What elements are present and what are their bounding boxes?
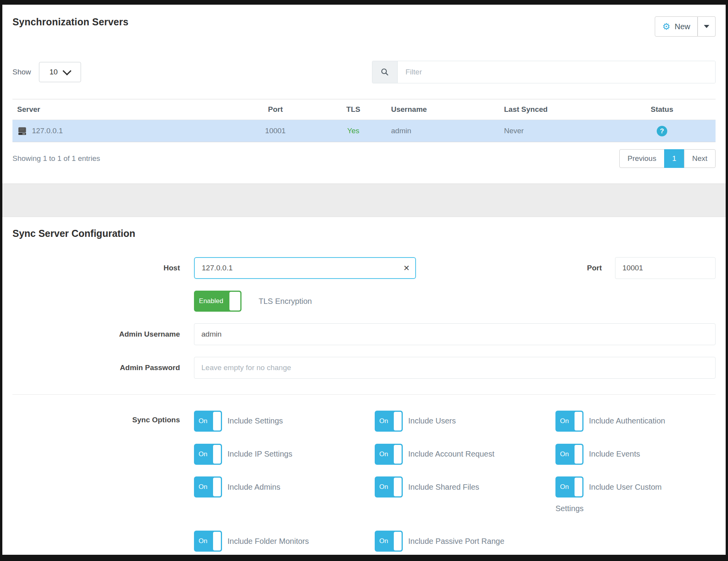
include-ip-settings-toggle[interactable]: On <box>194 444 222 465</box>
sync-options-label: Sync Options <box>12 410 180 424</box>
tls-toggle-label: Enabled <box>194 291 228 312</box>
section-separator <box>2 183 726 217</box>
toggle-knob <box>394 478 402 496</box>
table-header-row: Server Port TLS Username Last Synced Sta… <box>12 99 716 120</box>
option-include-ip-settings: OnInclude IP Settings <box>194 443 375 465</box>
column-header-username[interactable]: Username <box>386 99 499 120</box>
page-size-select[interactable]: 10 <box>39 62 81 82</box>
filter-group <box>372 61 716 83</box>
row-server-address: 127.0.0.1 <box>32 127 63 135</box>
chevron-down-icon <box>63 67 72 76</box>
new-split-button: ⚙ New <box>655 16 716 37</box>
new-button-label: New <box>675 22 690 31</box>
include-events-toggle[interactable]: On <box>555 444 583 465</box>
port-label: Port <box>587 264 602 272</box>
server-icon <box>17 126 27 136</box>
toggle-knob <box>213 445 221 464</box>
toggle-knob <box>229 292 240 310</box>
sync-options-row: Sync Options OnInclude Settings OnInclud… <box>2 410 726 552</box>
option-include-user-custom-settings: OnInclude User Custom Settings <box>555 476 675 519</box>
pagination: Previous 1 Next <box>619 149 716 168</box>
table-row[interactable]: 127.0.0.1 10001 Yes admin Never ? <box>12 120 716 142</box>
row-tls: Yes <box>320 120 386 142</box>
row-port: 10001 <box>231 120 320 142</box>
page-1-button[interactable]: 1 <box>664 149 684 168</box>
app-window: Synchronization Servers ⚙ New Show 10 <box>0 0 728 561</box>
clear-host-icon[interactable]: ✕ <box>403 263 410 273</box>
status-help-icon[interactable]: ? <box>657 126 667 136</box>
admin-password-label: Admin Password <box>12 363 180 372</box>
toggle-knob <box>213 412 221 430</box>
option-include-folder-monitors: OnInclude Folder Monitors <box>194 530 375 552</box>
page-title: Synchronization Servers <box>12 16 129 28</box>
admin-username-row: Admin Username <box>2 323 726 345</box>
toggle-knob <box>394 532 402 550</box>
filter-input[interactable] <box>398 61 715 83</box>
toggle-knob <box>394 445 402 464</box>
include-shared-files-toggle[interactable]: On <box>375 476 403 497</box>
caret-down-icon <box>704 25 709 28</box>
toggle-knob <box>575 412 582 430</box>
host-port-row: Host ✕ Port <box>2 257 726 279</box>
sync-options-grid: OnInclude Settings OnInclude Users OnInc… <box>194 410 716 552</box>
gear-icon: ⚙ <box>662 22 670 31</box>
page-size-value: 10 <box>49 68 58 76</box>
admin-password-row: Admin Password <box>2 357 726 379</box>
include-folder-monitors-toggle[interactable]: On <box>194 531 222 552</box>
row-username: admin <box>386 120 499 142</box>
entries-summary: Showing 1 to 1 of 1 entries <box>12 154 100 163</box>
option-include-events: OnInclude Events <box>555 443 716 465</box>
row-last-synced: Never <box>499 120 608 142</box>
option-include-shared-files: OnInclude Shared Files <box>375 476 555 498</box>
include-admins-toggle[interactable]: On <box>194 476 222 497</box>
table-footer: Showing 1 to 1 of 1 entries Previous 1 N… <box>12 149 716 168</box>
host-input[interactable] <box>194 257 416 279</box>
next-page-button[interactable]: Next <box>684 149 716 168</box>
host-field-wrap: ✕ <box>194 257 416 279</box>
include-users-toggle[interactable]: On <box>375 411 403 432</box>
search-icon <box>380 67 390 77</box>
include-authentication-toggle[interactable]: On <box>555 411 583 432</box>
new-dropdown-button[interactable] <box>698 16 716 37</box>
option-include-settings: OnInclude Settings <box>194 410 375 432</box>
admin-password-input[interactable] <box>194 357 716 379</box>
include-account-request-toggle[interactable]: On <box>375 444 403 465</box>
include-user-custom-settings-toggle[interactable]: On <box>555 476 583 497</box>
search-addon <box>372 61 398 83</box>
toggle-knob <box>575 478 582 496</box>
column-header-port[interactable]: Port <box>231 99 320 120</box>
tls-encryption-label: TLS Encryption <box>259 297 312 306</box>
admin-username-input[interactable] <box>194 323 716 345</box>
host-label: Host <box>12 264 180 272</box>
tls-row: Enabled TLS Encryption <box>2 291 726 312</box>
column-header-last-synced[interactable]: Last Synced <box>499 99 608 120</box>
page-size-group: Show 10 <box>12 62 81 82</box>
include-settings-toggle[interactable]: On <box>194 411 222 432</box>
admin-username-label: Admin Username <box>12 330 180 339</box>
tls-toggle[interactable]: Enabled <box>194 291 241 312</box>
table-controls: Show 10 <box>12 61 716 83</box>
option-include-passive-port-range: OnInclude Passive Port Range <box>375 530 555 552</box>
toggle-knob <box>213 532 221 550</box>
option-include-account-request: OnInclude Account Request <box>375 443 555 465</box>
column-header-tls[interactable]: TLS <box>320 99 386 120</box>
divider <box>12 394 716 395</box>
servers-table: Server Port TLS Username Last Synced Sta… <box>12 99 716 142</box>
servers-panel-header: Synchronization Servers ⚙ New <box>2 5 726 37</box>
previous-page-button[interactable]: Previous <box>619 149 665 168</box>
show-label: Show <box>12 68 31 76</box>
option-include-admins: OnInclude Admins <box>194 476 375 498</box>
toggle-knob <box>213 478 221 496</box>
toggle-knob <box>394 412 402 430</box>
column-header-status[interactable]: Status <box>608 99 716 120</box>
option-include-authentication: OnInclude Authentication <box>555 410 716 432</box>
include-passive-port-range-toggle[interactable]: On <box>375 531 403 552</box>
toggle-knob <box>575 445 582 464</box>
port-input[interactable] <box>615 257 716 279</box>
column-header-server[interactable]: Server <box>12 99 231 120</box>
config-panel-title: Sync Server Configuration <box>2 217 726 239</box>
new-button[interactable]: ⚙ New <box>655 16 698 37</box>
option-include-users: OnInclude Users <box>375 410 555 432</box>
